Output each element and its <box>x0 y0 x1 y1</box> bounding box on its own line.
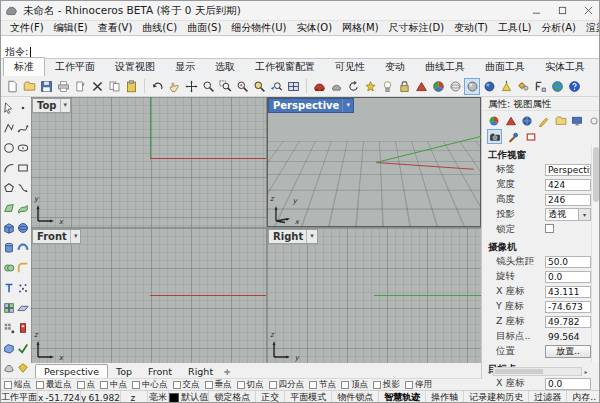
shell-icon[interactable] <box>2 359 16 377</box>
ellipse-icon[interactable] <box>16 139 30 157</box>
osnap-point[interactable]: 点 <box>77 379 96 391</box>
minimize-icon[interactable] <box>523 1 549 20</box>
osnap-end[interactable]: 端点 <box>4 379 31 391</box>
toggle-osnap[interactable]: 物件锁点 <box>332 391 379 403</box>
color-wheel-icon[interactable] <box>430 78 446 95</box>
arc-icon[interactable] <box>2 159 16 177</box>
dimension-tab-icon[interactable] <box>537 113 551 128</box>
pan-icon[interactable] <box>166 78 182 95</box>
tab-display[interactable]: 显示 <box>165 58 205 76</box>
place-camera-button[interactable]: 放置.. <box>545 345 591 358</box>
four-viewports-icon[interactable] <box>285 78 301 95</box>
tab-set-view[interactable]: 设置视图 <box>105 58 165 76</box>
block-icon[interactable] <box>16 319 30 337</box>
chevron-down-icon[interactable]: ▾ <box>579 208 591 221</box>
new-file-icon[interactable] <box>4 78 20 95</box>
viewport-right[interactable]: Right ▾ z y <box>267 228 481 363</box>
tab-standard[interactable]: 标准 <box>3 57 45 76</box>
viewport-menu-arrow-icon[interactable]: ▾ <box>306 230 317 243</box>
viewport-top[interactable]: Top ▾ y x <box>31 97 266 227</box>
scroll-left-icon[interactable]: ◂ <box>485 368 493 376</box>
rendered-display-icon[interactable] <box>481 78 497 95</box>
close-icon[interactable] <box>575 1 600 20</box>
help-icon[interactable] <box>566 78 582 95</box>
toggle-record-history[interactable]: 记录建构历史 <box>464 391 529 403</box>
viewport-tab-top[interactable]: Top <box>108 365 140 378</box>
more-tabs-icon[interactable] <box>587 113 600 128</box>
osnap-knot[interactable]: 节点 <box>309 379 336 391</box>
point-cloud-icon[interactable] <box>16 279 30 297</box>
scrollbar-thumb[interactable] <box>593 147 599 202</box>
new-viewport-tab-icon[interactable]: ✛ <box>221 366 233 378</box>
status-units[interactable]: 毫米 <box>148 391 170 403</box>
osnap-project[interactable]: 投影 <box>373 379 400 391</box>
camera-focal-input[interactable]: 50.0 <box>545 256 591 268</box>
toggle-gumball[interactable]: 操作轴 <box>426 391 464 403</box>
tab-transform[interactable]: 变动 <box>375 58 415 76</box>
lamp-icon[interactable] <box>379 78 395 95</box>
tab-solid-tools[interactable]: 实体工具 <box>535 58 595 76</box>
menu-mesh[interactable]: 网格(M) <box>337 21 383 35</box>
menu-surface[interactable]: 曲面(S) <box>182 21 226 35</box>
gold-diamond-icon[interactable] <box>16 359 30 377</box>
menu-tools[interactable]: 工具(L) <box>493 21 536 35</box>
projection-select[interactable]: 透视 ▾ <box>545 208 591 221</box>
viewport-perspective[interactable]: Perspective ▾ z x y <box>267 97 481 227</box>
select-arrow-icon[interactable] <box>2 99 16 117</box>
zoom-window-icon[interactable] <box>217 78 233 95</box>
render-preview-icon[interactable] <box>328 78 344 95</box>
osnap-vertex[interactable]: 顶点 <box>341 379 368 391</box>
paste-icon[interactable] <box>123 78 139 95</box>
tab-viewport-layout[interactable]: 工作视窗配置 <box>245 58 325 76</box>
toggle-planar[interactable]: 平面模式 <box>285 391 332 403</box>
osnap-mid[interactable]: 中点 <box>100 379 127 391</box>
freeform-curve-icon[interactable] <box>16 179 30 197</box>
material-tab-icon[interactable] <box>504 113 518 128</box>
menu-analyze[interactable]: 分析(A) <box>536 21 581 35</box>
viewport-menu-arrow-icon[interactable]: ▾ <box>342 99 353 112</box>
boolean-union-icon[interactable] <box>2 259 16 277</box>
polygon-icon[interactable] <box>2 179 16 197</box>
lock-icon[interactable] <box>396 78 412 95</box>
menu-view[interactable]: 查看(V) <box>93 21 138 35</box>
open-file-icon[interactable] <box>21 78 37 95</box>
menu-edit[interactable]: 编辑(E) <box>49 21 93 35</box>
undo-view-change-icon[interactable] <box>268 78 284 95</box>
clipping-plane-subtab-icon[interactable] <box>523 129 538 144</box>
named-view-icon[interactable] <box>362 78 378 95</box>
tab-subd-tools[interactable]: 细分工具 <box>595 58 600 76</box>
options-gear-icon[interactable] <box>515 78 531 95</box>
camera-subtab-icon[interactable] <box>487 129 502 144</box>
camera-y-input[interactable]: -74.673 <box>545 301 591 313</box>
menu-render[interactable]: 渲染(R) <box>581 21 600 35</box>
osnap-intersection[interactable]: 交点 <box>173 379 200 391</box>
lock-checkbox[interactable] <box>545 224 554 233</box>
polyline-icon[interactable] <box>2 119 16 137</box>
osnap-tangent[interactable]: 切点 <box>237 379 264 391</box>
script-editor-icon[interactable] <box>532 78 548 95</box>
camera-x-input[interactable]: 43.111 <box>545 286 591 298</box>
camera-rotation-input[interactable]: 0.0 <box>545 271 591 283</box>
viewport-right-label[interactable]: Right ▾ <box>268 229 318 244</box>
wireframe-display-icon[interactable] <box>447 78 463 95</box>
viewport-tab-perspective[interactable]: Perspective <box>35 364 108 378</box>
osnap-disable[interactable]: 停用 <box>405 379 432 391</box>
tab-curve-tools[interactable]: 曲线工具 <box>415 58 475 76</box>
menu-transform[interactable]: 变动(T) <box>449 21 493 35</box>
extrude-icon[interactable] <box>2 339 16 357</box>
sweep-surface-icon[interactable] <box>16 199 30 217</box>
osnap-near[interactable]: 最近点 <box>36 379 72 391</box>
toggle-grid-snap[interactable]: 锁定格点 <box>209 391 256 403</box>
tab-select[interactable]: 选取 <box>205 58 245 76</box>
target-x-input[interactable]: 0.0 <box>545 378 591 390</box>
move-view-icon[interactable] <box>183 78 199 95</box>
toggle-filter[interactable]: 过滤器 <box>529 391 567 403</box>
viewport-tab-right[interactable]: Right <box>180 365 221 378</box>
osnap-center[interactable]: 中心点 <box>132 379 168 391</box>
command-history[interactable] <box>1 35 600 46</box>
viewport-menu-arrow-icon[interactable]: ▾ <box>60 99 71 112</box>
plane-icon[interactable] <box>16 299 30 317</box>
scrollbar-thumb[interactable] <box>495 369 543 374</box>
earth-icon[interactable] <box>549 78 565 95</box>
surface-icon[interactable] <box>2 199 16 217</box>
